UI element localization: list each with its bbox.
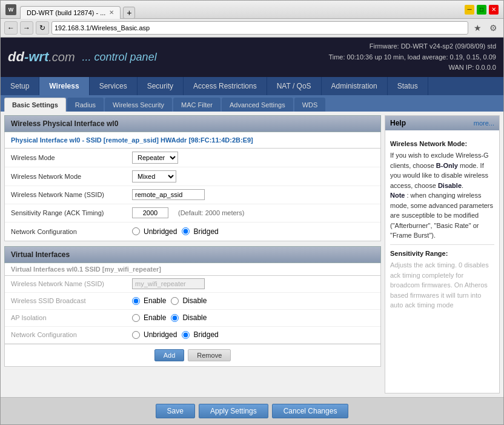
- virtual-interface-link-text: Virtual Interfaces wl0.1 SSID [my_wifi_r…: [11, 266, 161, 273]
- virtual-interfaces-header: Virtual Interfaces: [4, 246, 381, 263]
- network-config-control: Unbridged Bridged: [132, 227, 374, 236]
- help-content: Wireless Network Mode: If you wish to ex…: [385, 130, 499, 318]
- wireless-network-mode-label: Wireless Network Mode: [11, 173, 132, 180]
- unbridged-label[interactable]: Unbridged: [132, 227, 177, 236]
- back-button[interactable]: ←: [4, 21, 18, 35]
- wireless-mode-control: AP Client Repeater Adhoc: [132, 152, 374, 164]
- nav-wireless[interactable]: Wireless: [39, 77, 89, 95]
- help-panel: Help more... Wireless Network Mode: If y…: [385, 115, 500, 393]
- bridged-radio[interactable]: [182, 227, 190, 235]
- apply-settings-button[interactable]: Apply Settings: [199, 404, 268, 418]
- nav-status[interactable]: Status: [388, 77, 428, 95]
- minimize-button[interactable]: ─: [465, 5, 474, 15]
- wan-ip: WAN IP: 0.0.0.0: [328, 62, 496, 73]
- reload-button[interactable]: ↻: [36, 21, 49, 35]
- sensitivity-input[interactable]: [132, 207, 168, 218]
- browser-tab-active[interactable]: DD-WRT (build 12874) - ... ✕: [20, 6, 121, 19]
- save-button[interactable]: Save: [156, 404, 195, 418]
- physical-interface-header: Wireless Physical Interface wl0: [4, 115, 381, 132]
- nav-access-restrictions[interactable]: Access Restrictions: [184, 77, 267, 95]
- unbridged-radio[interactable]: [132, 227, 140, 235]
- ssid-input[interactable]: [132, 189, 205, 200]
- sub-nav: Basic Settings Radius Wireless Security …: [1, 95, 503, 112]
- broadcast-disable-label[interactable]: Disable: [171, 296, 207, 305]
- main-body: Wireless Physical Interface wl0 Physical…: [1, 112, 503, 397]
- network-config-row: Network Configuration Unbridged Bridged: [5, 223, 380, 241]
- sensitivity-note: (Default: 2000 meters): [178, 209, 244, 216]
- physical-interface-link-text: Physical Interface wl0 - SSID [remote_ap…: [11, 136, 253, 144]
- remove-button[interactable]: Remove: [188, 349, 231, 361]
- time-info: Time: 00:10:36 up 10 min, load average: …: [328, 52, 496, 63]
- add-remove-row: Add Remove: [4, 344, 381, 367]
- sub-nav-basic-settings[interactable]: Basic Settings: [4, 98, 66, 112]
- virtual-bridged-radio[interactable]: [182, 331, 190, 339]
- physical-settings-table: Wireless Mode AP Client Repeater Adhoc: [4, 149, 381, 241]
- isolation-enable-label[interactable]: Enable: [132, 313, 166, 322]
- help-section-2-title: Sensitivity Range:: [390, 249, 494, 259]
- virtual-ssid-input[interactable]: [132, 278, 205, 289]
- virtual-network-config-row: Network Configuration Unbridged Bridged: [5, 327, 380, 344]
- help-more-link[interactable]: more...: [474, 119, 494, 127]
- ssid-broadcast-control: Enable Disable: [132, 296, 374, 305]
- menu-icon[interactable]: ⚙: [486, 21, 500, 35]
- bottom-bar: Save Apply Settings Cancel Changes: [1, 397, 503, 424]
- isolation-enable-radio[interactable]: [132, 314, 140, 322]
- wireless-mode-select[interactable]: AP Client Repeater Adhoc: [132, 152, 178, 164]
- title-bar: W DD-WRT (build 12874) - ... ✕ + ─ □ ✕: [1, 1, 503, 19]
- browser-icon: W: [5, 4, 16, 15]
- isolation-disable-label[interactable]: Disable: [171, 313, 207, 322]
- nav-security[interactable]: Security: [138, 77, 184, 95]
- sub-nav-wds[interactable]: WDS: [294, 98, 326, 112]
- bridged-label[interactable]: Bridged: [182, 227, 218, 236]
- tab-title: DD-WRT (build 12874) - ...: [27, 9, 105, 16]
- virtual-network-config-control: Unbridged Bridged: [132, 330, 374, 339]
- ssid-broadcast-label: Wireless SSID Broadcast: [11, 297, 132, 304]
- virtual-ssid-label: Wireless Network Name (SSID): [11, 280, 132, 287]
- close-button[interactable]: ✕: [489, 5, 499, 15]
- isolation-disable-radio[interactable]: [171, 314, 179, 322]
- sub-nav-advanced-settings[interactable]: Advanced Settings: [222, 98, 293, 112]
- sensitivity-row: Sensitivity Range (ACK Timing) (Default:…: [5, 204, 380, 223]
- logo-com: .com: [48, 50, 75, 64]
- broadcast-enable-radio[interactable]: [132, 297, 140, 305]
- tab-close-icon[interactable]: ✕: [109, 9, 114, 16]
- ssid-row: Wireless Network Name (SSID): [5, 186, 380, 204]
- new-tab-button[interactable]: +: [123, 7, 135, 19]
- address-bar[interactable]: [51, 21, 468, 35]
- control-panel-text: ... control panel: [82, 51, 157, 64]
- sub-nav-radius[interactable]: Radius: [67, 98, 104, 112]
- maximize-button[interactable]: □: [477, 5, 486, 15]
- virtual-network-config-label: Network Configuration: [11, 331, 132, 338]
- nav-nat-qos[interactable]: NAT / QoS: [267, 77, 322, 95]
- wireless-mode-label: Wireless Mode: [11, 154, 132, 161]
- add-button[interactable]: Add: [154, 349, 185, 361]
- forward-button[interactable]: →: [20, 21, 33, 35]
- sub-nav-mac-filter[interactable]: MAC Filter: [173, 98, 220, 112]
- cancel-changes-button[interactable]: Cancel Changes: [272, 404, 349, 418]
- ssid-label: Wireless Network Name (SSID): [11, 191, 132, 198]
- help-section-2-text: Adjusts the ack timing. 0 disables ack t…: [390, 260, 494, 310]
- network-config-label: Network Configuration: [11, 228, 132, 235]
- sensitivity-label: Sensitivity Range (ACK Timing): [11, 209, 132, 216]
- nav-services[interactable]: Services: [90, 77, 138, 95]
- wireless-network-mode-control: Mixed B-Only G-Only N-Only Disabled: [132, 170, 374, 182]
- ssid-broadcast-row: Wireless SSID Broadcast Enable Disable: [5, 293, 380, 310]
- ssid-control: [132, 189, 374, 200]
- bookmark-icon[interactable]: ★: [471, 21, 484, 35]
- virtual-unbridged-label[interactable]: Unbridged: [132, 330, 177, 339]
- physical-interface-link[interactable]: Physical Interface wl0 - SSID [remote_ap…: [4, 132, 381, 149]
- broadcast-disable-radio[interactable]: [171, 297, 179, 305]
- broadcast-enable-label[interactable]: Enable: [132, 296, 166, 305]
- virtual-interface-link[interactable]: Virtual Interfaces wl0.1 SSID [my_wifi_r…: [4, 263, 381, 276]
- virtual-bridged-label[interactable]: Bridged: [182, 330, 218, 339]
- virtual-unbridged-radio[interactable]: [132, 331, 140, 339]
- nav-setup[interactable]: Setup: [1, 77, 39, 95]
- wireless-network-mode-row: Wireless Network Mode Mixed B-Only G-Onl…: [5, 167, 380, 186]
- help-section-1-title: Wireless Network Mode:: [390, 139, 494, 149]
- help-title: Help: [390, 119, 406, 127]
- help-section-1-text: If you wish to exclude Wireless-G client…: [390, 150, 494, 241]
- nav-bar: ← → ↻ ★ ⚙: [1, 19, 503, 38]
- nav-administration[interactable]: Administration: [322, 77, 388, 95]
- sub-nav-wireless-security[interactable]: Wireless Security: [105, 98, 172, 112]
- wireless-network-mode-select[interactable]: Mixed B-Only G-Only N-Only Disabled: [132, 170, 176, 182]
